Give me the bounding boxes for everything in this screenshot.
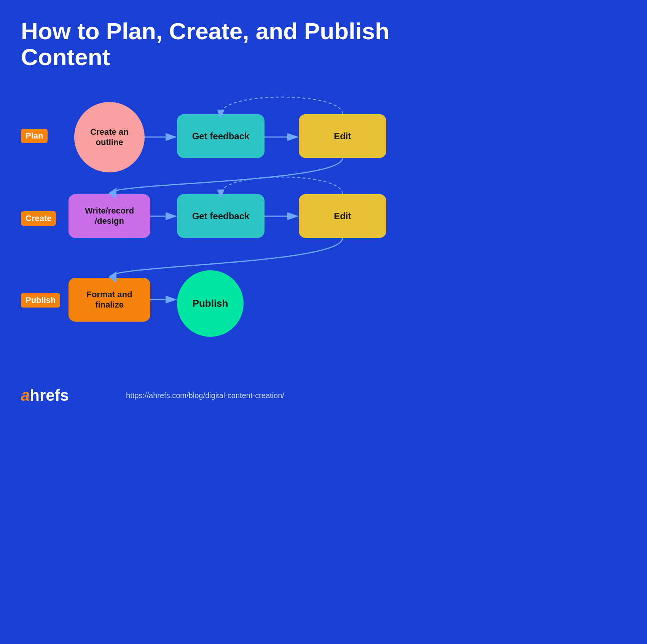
node-edit-plan: Edit bbox=[299, 114, 386, 158]
title-text: How to Plan, Create, and Publish Content bbox=[21, 18, 389, 70]
node-edit-create: Edit bbox=[299, 194, 386, 238]
node-publish: Publish bbox=[177, 270, 244, 337]
ahrefs-logo-rest: hrefs bbox=[30, 387, 69, 403]
main-title: How to Plan, Create, and Publish Content bbox=[21, 18, 419, 70]
node-feedback-plan: Get feedback bbox=[177, 114, 265, 158]
footer: a hrefs https://ahrefs.com/blog/digital-… bbox=[21, 387, 284, 403]
ahrefs-logo-a: a bbox=[21, 387, 30, 403]
node-create-outline: Create anoutline bbox=[74, 102, 145, 172]
footer-url: https://ahrefs.com/blog/digital-content-… bbox=[126, 391, 284, 400]
node-write-record-design: Write/record/design bbox=[69, 194, 150, 238]
node-feedback-create: Get feedback bbox=[177, 194, 265, 238]
label-create: Create bbox=[21, 211, 56, 226]
ahrefs-logo: a hrefs bbox=[21, 387, 69, 403]
label-plan: Plan bbox=[21, 129, 48, 143]
node-format-finalize: Format andfinalize bbox=[69, 278, 150, 322]
label-publish: Publish bbox=[21, 293, 60, 308]
